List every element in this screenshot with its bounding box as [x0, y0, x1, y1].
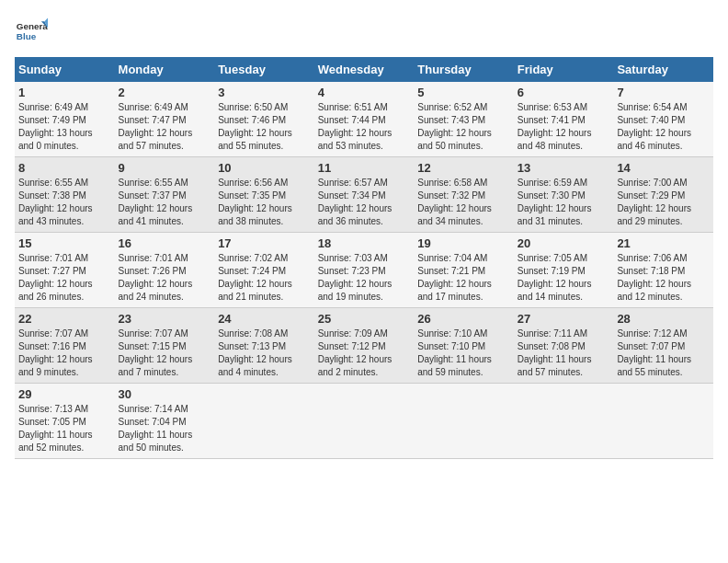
week-row-3: 15Sunrise: 7:01 AM Sunset: 7:27 PM Dayli… [15, 233, 713, 308]
day-info: Sunrise: 7:03 AM Sunset: 7:23 PM Dayligh… [318, 252, 411, 304]
day-cell: 19Sunrise: 7:04 AM Sunset: 7:21 PM Dayli… [414, 233, 514, 308]
col-header-thursday: Thursday [414, 57, 514, 82]
day-cell: 2Sunrise: 6:49 AM Sunset: 7:47 PM Daylig… [115, 82, 215, 157]
day-cell: 22Sunrise: 7:07 AM Sunset: 7:16 PM Dayli… [15, 308, 115, 384]
header-row: SundayMondayTuesdayWednesdayThursdayFrid… [15, 57, 713, 82]
day-number: 1 [18, 86, 111, 99]
day-info: Sunrise: 7:12 AM Sunset: 7:07 PM Dayligh… [617, 327, 710, 379]
day-cell: 23Sunrise: 7:07 AM Sunset: 7:15 PM Dayli… [115, 308, 215, 384]
day-cell: 8Sunrise: 6:55 AM Sunset: 7:38 PM Daylig… [15, 157, 115, 233]
day-info: Sunrise: 6:53 AM Sunset: 7:41 PM Dayligh… [518, 101, 610, 153]
week-row-1: 1Sunrise: 6:49 AM Sunset: 7:49 PM Daylig… [15, 82, 713, 157]
day-number: 14 [617, 161, 710, 175]
day-info: Sunrise: 7:01 AM Sunset: 7:26 PM Dayligh… [119, 252, 211, 304]
day-cell: 29Sunrise: 7:13 AM Sunset: 7:05 PM Dayli… [15, 384, 115, 459]
day-number: 19 [417, 236, 510, 250]
day-cell [314, 384, 415, 459]
day-info: Sunrise: 7:11 AM Sunset: 7:08 PM Dayligh… [518, 327, 610, 379]
day-info: Sunrise: 7:01 AM Sunset: 7:27 PM Dayligh… [18, 252, 111, 304]
day-number: 25 [318, 312, 411, 326]
logo-icon: General Blue [15, 15, 48, 48]
day-cell: 4Sunrise: 6:51 AM Sunset: 7:44 PM Daylig… [314, 82, 415, 157]
day-cell: 20Sunrise: 7:05 AM Sunset: 7:19 PM Dayli… [514, 233, 614, 308]
day-info: Sunrise: 7:02 AM Sunset: 7:24 PM Dayligh… [218, 252, 311, 304]
day-number: 20 [518, 236, 610, 250]
day-info: Sunrise: 7:07 AM Sunset: 7:16 PM Dayligh… [18, 327, 111, 379]
day-number: 28 [617, 312, 710, 326]
day-cell: 16Sunrise: 7:01 AM Sunset: 7:26 PM Dayli… [115, 233, 215, 308]
day-cell: 5Sunrise: 6:52 AM Sunset: 7:43 PM Daylig… [414, 82, 514, 157]
day-cell [414, 384, 514, 459]
col-header-friday: Friday [514, 57, 614, 82]
svg-text:Blue: Blue [17, 31, 37, 41]
col-header-wednesday: Wednesday [314, 57, 415, 82]
day-number: 11 [318, 161, 411, 175]
day-cell: 30Sunrise: 7:14 AM Sunset: 7:04 PM Dayli… [115, 384, 215, 459]
week-row-5: 29Sunrise: 7:13 AM Sunset: 7:05 PM Dayli… [15, 384, 713, 459]
day-cell: 13Sunrise: 6:59 AM Sunset: 7:30 PM Dayli… [514, 157, 614, 233]
day-cell: 1Sunrise: 6:49 AM Sunset: 7:49 PM Daylig… [15, 82, 115, 157]
day-info: Sunrise: 7:13 AM Sunset: 7:05 PM Dayligh… [18, 403, 111, 454]
day-cell: 7Sunrise: 6:54 AM Sunset: 7:40 PM Daylig… [613, 82, 713, 157]
day-number: 26 [417, 312, 510, 326]
day-cell: 26Sunrise: 7:10 AM Sunset: 7:10 PM Dayli… [414, 308, 514, 384]
day-number: 4 [318, 86, 411, 99]
col-header-saturday: Saturday [613, 57, 713, 82]
day-number: 27 [518, 312, 610, 326]
day-info: Sunrise: 6:49 AM Sunset: 7:49 PM Dayligh… [18, 101, 111, 153]
day-cell: 15Sunrise: 7:01 AM Sunset: 7:27 PM Dayli… [15, 233, 115, 308]
day-info: Sunrise: 6:55 AM Sunset: 7:37 PM Dayligh… [119, 177, 211, 228]
col-header-sunday: Sunday [15, 57, 115, 82]
day-info: Sunrise: 6:54 AM Sunset: 7:40 PM Dayligh… [617, 101, 710, 153]
day-info: Sunrise: 7:00 AM Sunset: 7:29 PM Dayligh… [617, 177, 710, 228]
logo: General Blue [15, 15, 48, 48]
day-cell: 3Sunrise: 6:50 AM Sunset: 7:46 PM Daylig… [214, 82, 314, 157]
day-info: Sunrise: 6:51 AM Sunset: 7:44 PM Dayligh… [318, 101, 411, 153]
day-number: 3 [218, 86, 311, 99]
day-cell: 24Sunrise: 7:08 AM Sunset: 7:13 PM Dayli… [214, 308, 314, 384]
day-cell: 17Sunrise: 7:02 AM Sunset: 7:24 PM Dayli… [214, 233, 314, 308]
day-info: Sunrise: 6:57 AM Sunset: 7:34 PM Dayligh… [318, 177, 411, 228]
day-cell: 21Sunrise: 7:06 AM Sunset: 7:18 PM Dayli… [613, 233, 713, 308]
day-number: 21 [617, 236, 710, 250]
day-cell: 11Sunrise: 6:57 AM Sunset: 7:34 PM Dayli… [314, 157, 415, 233]
col-header-monday: Monday [115, 57, 215, 82]
day-info: Sunrise: 7:14 AM Sunset: 7:04 PM Dayligh… [119, 403, 211, 454]
day-number: 12 [417, 161, 510, 175]
day-number: 8 [18, 161, 111, 175]
day-cell: 18Sunrise: 7:03 AM Sunset: 7:23 PM Dayli… [314, 233, 415, 308]
day-number: 6 [518, 86, 610, 99]
day-number: 13 [518, 161, 610, 175]
day-number: 17 [218, 236, 311, 250]
day-info: Sunrise: 6:49 AM Sunset: 7:47 PM Dayligh… [119, 101, 211, 153]
day-info: Sunrise: 6:50 AM Sunset: 7:46 PM Dayligh… [218, 101, 311, 153]
day-number: 24 [218, 312, 311, 326]
week-row-4: 22Sunrise: 7:07 AM Sunset: 7:16 PM Dayli… [15, 308, 713, 384]
day-number: 23 [119, 312, 211, 326]
day-cell: 10Sunrise: 6:56 AM Sunset: 7:35 PM Dayli… [214, 157, 314, 233]
day-info: Sunrise: 6:55 AM Sunset: 7:38 PM Dayligh… [18, 177, 111, 228]
day-info: Sunrise: 6:58 AM Sunset: 7:32 PM Dayligh… [417, 177, 510, 228]
day-cell: 6Sunrise: 6:53 AM Sunset: 7:41 PM Daylig… [514, 82, 614, 157]
day-number: 22 [18, 312, 111, 326]
day-cell: 12Sunrise: 6:58 AM Sunset: 7:32 PM Dayli… [414, 157, 514, 233]
calendar-table: SundayMondayTuesdayWednesdayThursdayFrid… [15, 57, 713, 459]
day-cell: 28Sunrise: 7:12 AM Sunset: 7:07 PM Dayli… [613, 308, 713, 384]
day-info: Sunrise: 7:09 AM Sunset: 7:12 PM Dayligh… [318, 327, 411, 379]
day-info: Sunrise: 7:08 AM Sunset: 7:13 PM Dayligh… [218, 327, 311, 379]
col-header-tuesday: Tuesday [214, 57, 314, 82]
day-number: 29 [18, 387, 111, 401]
day-number: 2 [119, 86, 211, 99]
day-info: Sunrise: 7:04 AM Sunset: 7:21 PM Dayligh… [417, 252, 510, 304]
day-info: Sunrise: 6:56 AM Sunset: 7:35 PM Dayligh… [218, 177, 311, 228]
day-number: 15 [18, 236, 111, 250]
day-cell [613, 384, 713, 459]
header: General Blue [15, 15, 713, 48]
day-number: 30 [119, 387, 211, 401]
day-number: 7 [617, 86, 710, 99]
day-cell [214, 384, 314, 459]
day-info: Sunrise: 7:05 AM Sunset: 7:19 PM Dayligh… [518, 252, 610, 304]
day-cell [514, 384, 614, 459]
day-info: Sunrise: 7:10 AM Sunset: 7:10 PM Dayligh… [417, 327, 510, 379]
day-cell: 14Sunrise: 7:00 AM Sunset: 7:29 PM Dayli… [613, 157, 713, 233]
